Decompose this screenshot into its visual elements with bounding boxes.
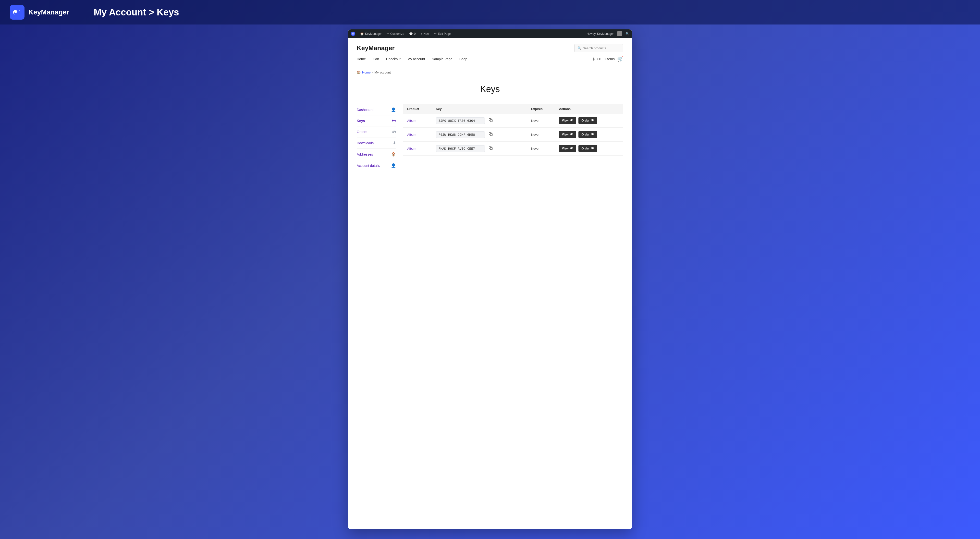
comment-icon: 💬: [409, 32, 413, 35]
nav-shop[interactable]: Shop: [460, 57, 468, 61]
product-link-0[interactable]: Album: [407, 119, 416, 122]
nav-sample-page[interactable]: Sample Page: [432, 57, 452, 61]
expires-cell-0: Never: [527, 114, 555, 128]
wp-logo-item[interactable]: W: [351, 32, 355, 36]
nav-cart[interactable]: Cart: [373, 57, 379, 61]
content-area: Dashboard 👤 Keys 🗝 Orders 🛍 Downloads ⬇ …: [348, 99, 632, 181]
copy-key-button-2[interactable]: [487, 146, 494, 151]
actions-cell-0: View 👁 Order 👁: [555, 114, 623, 128]
order-eye-icon-2: 👁: [591, 146, 594, 150]
svg-rect-4: [490, 148, 492, 150]
addresses-icon: 🏠: [391, 152, 396, 157]
nav-checkout[interactable]: Checkout: [386, 57, 401, 61]
copy-key-button-0[interactable]: [487, 118, 494, 124]
site-nav: Home Cart Checkout My account Sample Pag…: [348, 52, 632, 66]
view-eye-icon-2: 👁: [570, 146, 573, 150]
site-header: KeyManager 🔍: [348, 38, 632, 52]
order-button-2[interactable]: Order 👁: [578, 145, 597, 152]
browser-card: W 🏠 KeyManager ✏ Customize 💬 0 + Ne: [348, 29, 632, 529]
product-cell-1: Album: [403, 128, 432, 142]
wp-admin-left: W 🏠 KeyManager ✏ Customize 💬 0 + Ne: [351, 32, 451, 36]
product-cell-2: Album: [403, 142, 432, 156]
table-row: Album PKAD-R6CF-AV0C-CEE7 Never View: [403, 142, 623, 156]
keys-table-wrap: Product Key Expires Actions Album ZJR0-8…: [403, 104, 623, 171]
search-icon-wp[interactable]: 🔍: [625, 32, 629, 35]
order-button-0[interactable]: Order 👁: [578, 117, 597, 124]
sidebar-item-keys[interactable]: Keys 🗝: [357, 115, 396, 126]
search-box[interactable]: 🔍: [574, 44, 623, 52]
keys-table: Product Key Expires Actions Album ZJR0-8…: [403, 104, 623, 156]
table-row: Album ZJR0-88IX-TA86-63Q4 Never View: [403, 114, 623, 128]
site-icon: 🏠: [360, 32, 364, 35]
sidebar-orders-label: Orders: [357, 130, 367, 134]
col-product: Product: [403, 104, 432, 114]
downloads-icon: ⬇: [393, 141, 396, 145]
key-icon: 🗝: [392, 119, 396, 123]
view-eye-icon-1: 👁: [570, 132, 573, 137]
sidebar-item-account-details[interactable]: Account details 👤: [357, 160, 396, 171]
sidebar-addresses-label: Addresses: [357, 153, 373, 156]
expires-cell-2: Never: [527, 142, 555, 156]
cart-info: $0.00 0 items 🛒: [593, 56, 623, 62]
sidebar-dashboard-label: Dashboard: [357, 108, 374, 112]
brand-name: KeyManager: [29, 8, 69, 16]
breadcrumb-current: My account: [374, 70, 391, 74]
wp-keymanager-item[interactable]: 🏠 KeyManager: [360, 32, 382, 35]
site-logo-text: KeyManager: [357, 45, 395, 52]
svg-rect-3: [490, 134, 492, 136]
view-button-1[interactable]: View 👁: [559, 131, 576, 138]
view-button-2[interactable]: View 👁: [559, 145, 576, 152]
product-link-2[interactable]: Album: [407, 147, 416, 150]
main-wrapper: W 🏠 KeyManager ✏ Customize 💬 0 + Ne: [0, 24, 980, 539]
breadcrumb-home-link[interactable]: Home: [362, 70, 371, 74]
wp-editpage-item[interactable]: ✏ Edit Page: [434, 32, 450, 35]
sidebar-account-label: Account details: [357, 164, 380, 168]
brand-bar: KeyManager My Account > Keys: [0, 0, 980, 24]
breadcrumb: 🏠 Home › My account: [348, 66, 632, 77]
nav-my-account[interactable]: My account: [407, 57, 425, 61]
wp-comments-item[interactable]: 💬 0: [409, 32, 416, 35]
cart-icon-button[interactable]: 🛒: [617, 56, 623, 62]
page-heading: Keys: [348, 77, 632, 99]
view-eye-icon-0: 👁: [570, 119, 573, 122]
page-title: My Account > Keys: [84, 7, 179, 17]
wp-new-item[interactable]: + New: [420, 32, 429, 35]
key-value-0: ZJR0-88IX-TA86-63Q4: [436, 118, 485, 124]
col-actions: Actions: [555, 104, 623, 114]
order-button-1[interactable]: Order 👁: [578, 131, 597, 138]
plus-icon: +: [420, 32, 422, 35]
customize-icon: ✏: [387, 32, 389, 35]
actions-cell-2: View 👁 Order 👁: [555, 142, 623, 156]
expires-cell-1: Never: [527, 128, 555, 142]
table-row: Album P0JW-RKW8-QJMF-6H58 Never View: [403, 128, 623, 142]
dashboard-icon: 👤: [391, 107, 396, 112]
wp-logo-icon: W: [351, 32, 355, 36]
table-header-row: Product Key Expires Actions: [403, 104, 623, 114]
wp-admin-right: Howdy, KeyManager 🔍: [587, 31, 629, 36]
sidebar-item-addresses[interactable]: Addresses 🏠: [357, 149, 396, 160]
sidebar-item-orders[interactable]: Orders 🛍: [357, 126, 396, 137]
sidebar-item-dashboard[interactable]: Dashboard 👤: [357, 104, 396, 115]
brand-logo: [10, 5, 24, 20]
search-input[interactable]: [583, 46, 620, 50]
account-icon: 👤: [391, 163, 396, 168]
edit-icon: ✏: [434, 32, 437, 35]
view-button-0[interactable]: View 👁: [559, 117, 576, 124]
svg-rect-2: [490, 119, 492, 122]
sidebar-downloads-label: Downloads: [357, 141, 374, 145]
col-expires: Expires: [527, 104, 555, 114]
order-eye-icon-0: 👁: [591, 119, 594, 122]
orders-icon: 🛍: [392, 130, 396, 134]
actions-cell-1: View 👁 Order 👁: [555, 128, 623, 142]
product-link-1[interactable]: Album: [407, 133, 416, 137]
key-cell-2: PKAD-R6CF-AV0C-CEE7: [432, 142, 527, 156]
copy-key-button-1[interactable]: [487, 132, 494, 137]
user-avatar: [617, 31, 622, 36]
nav-links: Home Cart Checkout My account Sample Pag…: [357, 57, 467, 61]
cart-items: 0 items: [604, 57, 615, 61]
sidebar-item-downloads[interactable]: Downloads ⬇: [357, 137, 396, 149]
key-cell-1: P0JW-RKW8-QJMF-6H58: [432, 128, 527, 142]
nav-home[interactable]: Home: [357, 57, 366, 61]
wp-customize-item[interactable]: ✏ Customize: [387, 32, 404, 35]
sidebar: Dashboard 👤 Keys 🗝 Orders 🛍 Downloads ⬇ …: [357, 104, 396, 171]
